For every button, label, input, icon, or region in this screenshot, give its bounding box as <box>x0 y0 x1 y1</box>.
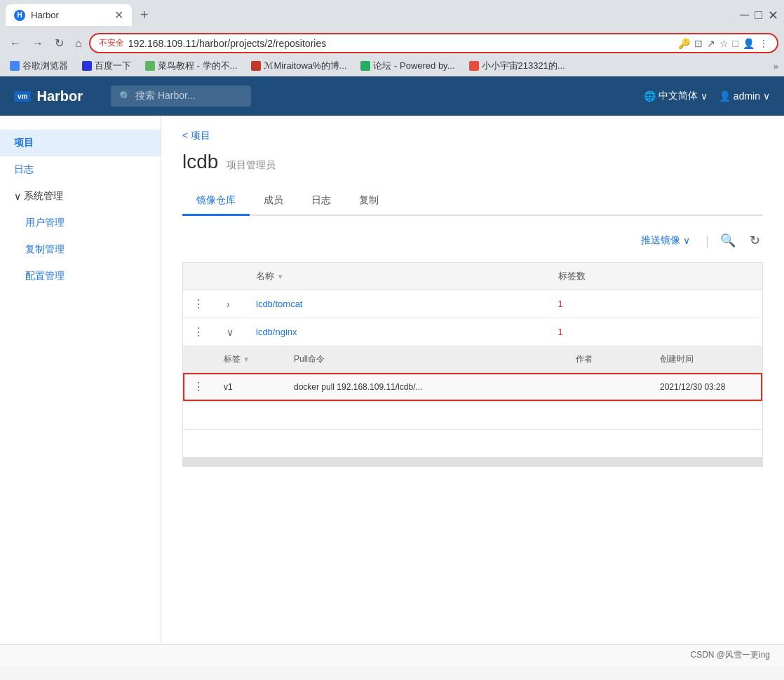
search-icon: 🔍 <box>119 90 131 102</box>
bookmark-google[interactable]: 谷歌浏览器 <box>6 58 72 74</box>
tab-label: 日志 <box>311 194 331 205</box>
bookmark-user[interactable]: 小小宇宙213321的... <box>465 58 569 74</box>
bookmark-favicon <box>82 61 92 71</box>
sub-col-actions <box>183 346 214 373</box>
content-area: < 项目 lcdb 项目管理员 镜像仓库 成员 日志 复制 <box>161 116 784 644</box>
back-button[interactable]: ← <box>6 34 25 53</box>
bookmark-forum[interactable]: 论坛 - Powered by... <box>356 58 459 74</box>
sub-table-header-row: 标签 ▼ Pull命令 作者 创建时间 ⋮ <box>183 346 762 402</box>
bookmark-icon[interactable]: ☆ <box>719 38 729 49</box>
push-image-button[interactable]: 推送镜像 ∨ <box>634 230 697 251</box>
more-bookmarks[interactable]: » <box>773 61 778 72</box>
bookmark-baidu[interactable]: 百度一下 <box>78 58 135 74</box>
tab-replication[interactable]: 复制 <box>345 187 393 216</box>
user-menu[interactable]: 👤 admin ∨ <box>719 90 770 102</box>
tag-row-actions[interactable]: ⋮ <box>183 373 214 401</box>
bookmark-miraitowa[interactable]: ℳMiraitowa%的博... <box>247 58 351 74</box>
sidebar-item-projects[interactable]: 项目 <box>0 130 161 156</box>
breadcrumb[interactable]: < 项目 <box>182 130 763 142</box>
new-tab-button[interactable]: + <box>135 6 154 25</box>
address-input[interactable] <box>128 38 674 49</box>
sidebar-item-replication[interactable]: 复制管理 <box>0 236 161 263</box>
bookmark-label: 百度一下 <box>95 60 131 72</box>
tab-logs[interactable]: 日志 <box>297 187 345 216</box>
col-expand <box>214 263 246 290</box>
maximize-button[interactable]: □ <box>755 8 762 22</box>
share-icon: ↗ <box>707 38 715 49</box>
title-bar: H Harbor ✕ + ─ □ ✕ <box>0 0 784 30</box>
tab-bar: 镜像仓库 成员 日志 复制 <box>182 187 763 216</box>
tab-members[interactable]: 成员 <box>250 187 297 216</box>
sub-col-tag: 标签 ▼ <box>214 346 284 373</box>
tab-title: Harbor <box>31 10 109 20</box>
collapse-icon[interactable]: ∨ <box>224 325 236 339</box>
action-dots-icon[interactable]: ⋮ <box>193 381 204 393</box>
tab-repositories[interactable]: 镜像仓库 <box>182 187 250 216</box>
tag-row: ⋮ v1 docker pull 192.168.109.11/lcdb/...… <box>183 373 762 401</box>
search-bar[interactable]: 🔍 搜索 Harbor... <box>111 86 251 107</box>
sidebar-item-logs[interactable]: 日志 <box>0 156 161 183</box>
chevron-down-icon: ∨ <box>763 90 770 102</box>
footer: CSDN @风雪一更ing <box>0 644 784 665</box>
refresh-icon[interactable]: ↻ <box>747 230 763 251</box>
row-actions[interactable]: ⋮ <box>183 290 214 318</box>
row-tags: 1 <box>548 318 762 346</box>
expand-icon[interactable]: › <box>224 297 233 311</box>
row-name[interactable]: lcdb/nginx <box>246 318 548 346</box>
menu-icon[interactable]: ⋮ <box>759 38 769 49</box>
col-name: 名称 ▼ <box>246 263 548 290</box>
bookmarks-bar: 谷歌浏览器 百度一下 菜鸟教程 - 学的不... ℳMiraitowa%的博..… <box>0 56 784 76</box>
sub-col-created: 创建时间 <box>650 346 762 373</box>
tab-label: 成员 <box>264 194 283 205</box>
repo-link[interactable]: lcdb/tomcat <box>256 299 302 309</box>
app-main: 项目 日志 ∨ 系统管理 用户管理 复制管理 配置管理 < 项目 lcdb <box>0 116 784 644</box>
action-dots-icon[interactable]: ⋮ <box>193 298 204 310</box>
sidebar-item-users[interactable]: 用户管理 <box>0 210 161 236</box>
pull-command: docker pull 192.168.109.11/lcdb/... <box>284 373 566 401</box>
section-label: 系统管理 <box>24 190 63 203</box>
nav-bar: ← → ↻ ⌂ 不安全 🔑 ⊡ ↗ ☆ □ 👤 ⋮ <box>0 30 784 56</box>
close-window-button[interactable]: ✕ <box>768 8 778 23</box>
security-warning: 不安全 <box>99 37 124 49</box>
row-expand[interactable]: ∨ <box>214 318 246 346</box>
sidebar-section-system[interactable]: ∨ 系统管理 <box>0 183 161 210</box>
row-expand[interactable]: › <box>214 290 246 318</box>
row-name[interactable]: lcdb/tomcat <box>246 290 548 318</box>
horizontal-scrollbar[interactable] <box>182 458 763 467</box>
push-image-label: 推送镜像 <box>641 234 680 247</box>
sub-table-cell: 标签 ▼ Pull命令 作者 创建时间 ⋮ <box>183 346 762 402</box>
language-selector[interactable]: 🌐 中文简体 ∨ <box>644 90 708 102</box>
sidebar-item-label: 复制管理 <box>25 243 65 254</box>
bookmark-favicon <box>360 61 370 71</box>
reload-button[interactable]: ↻ <box>50 34 68 53</box>
action-dots-icon[interactable]: ⋮ <box>193 326 204 338</box>
row-tags: 1 <box>548 290 762 318</box>
tag-value: v1 <box>214 373 284 401</box>
row-actions[interactable]: ⋮ <box>183 318 214 346</box>
cast-icon: ⊡ <box>694 38 703 49</box>
sidebar-item-config[interactable]: 配置管理 <box>0 263 161 290</box>
table-toolbar: 推送镜像 ∨ | 🔍 ↻ <box>182 230 763 251</box>
bookmark-label: 小小宇宙213321的... <box>482 60 565 72</box>
home-button[interactable]: ⌂ <box>71 34 86 53</box>
active-tab[interactable]: H Harbor ✕ <box>6 4 132 26</box>
window-controls: ─ □ ✕ <box>740 8 778 23</box>
sub-col-pull: Pull命令 <box>284 346 566 373</box>
col-tags: 标签数 <box>548 263 762 290</box>
minimize-button[interactable]: ─ <box>740 8 749 22</box>
close-tab-button[interactable]: ✕ <box>114 8 123 22</box>
forward-button[interactable]: → <box>28 34 48 53</box>
extension-icon: □ <box>733 38 738 49</box>
address-bar-wrapper[interactable]: 不安全 🔑 ⊡ ↗ ☆ □ 👤 ⋮ <box>89 33 778 53</box>
language-label: 中文简体 <box>658 90 698 102</box>
main-table: 名称 ▼ 标签数 ⋮ › lcdb/tomcat 1 <box>183 263 762 458</box>
topnav-right: 🌐 中文简体 ∨ 👤 admin ∨ <box>644 90 770 102</box>
globe-icon: 🌐 <box>644 90 656 102</box>
lock-icon: 🔑 <box>678 38 690 49</box>
bookmark-runoob[interactable]: 菜鸟教程 - 学的不... <box>141 58 241 74</box>
toolbar-divider: | <box>705 233 709 248</box>
search-icon[interactable]: 🔍 <box>717 230 738 251</box>
user-icon: 👤 <box>719 90 731 102</box>
browser-chrome: H Harbor ✕ + ─ □ ✕ ← → ↻ ⌂ 不安全 🔑 ⊡ ↗ ☆ □… <box>0 0 784 76</box>
repo-link[interactable]: lcdb/nginx <box>256 327 297 337</box>
